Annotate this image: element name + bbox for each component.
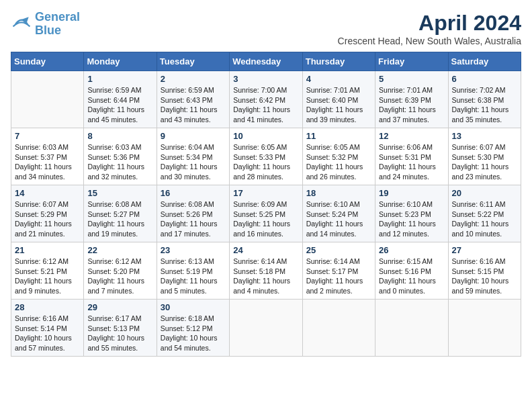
calendar-cell: 13Sunrise: 6:07 AM Sunset: 5:30 PM Dayli…	[448, 128, 521, 185]
calendar-cell: 10Sunrise: 6:05 AM Sunset: 5:33 PM Dayli…	[230, 128, 302, 185]
calendar-cell: 9Sunrise: 6:04 AM Sunset: 5:34 PM Daylig…	[157, 128, 229, 185]
day-number: 11	[306, 131, 371, 141]
calendar-cell	[448, 300, 521, 357]
calendar-cell: 8Sunrise: 6:03 AM Sunset: 5:36 PM Daylig…	[84, 128, 157, 185]
calendar-cell	[302, 300, 375, 357]
day-header-thursday: Thursday	[302, 52, 375, 71]
day-number: 29	[87, 302, 152, 312]
calendar-cell: 16Sunrise: 6:08 AM Sunset: 5:26 PM Dayli…	[157, 185, 229, 242]
day-info: Sunrise: 6:06 AM Sunset: 5:31 PM Dayligh…	[379, 142, 444, 182]
calendar-cell: 26Sunrise: 6:15 AM Sunset: 5:16 PM Dayli…	[375, 242, 448, 300]
day-info: Sunrise: 6:03 AM Sunset: 5:37 PM Dayligh…	[15, 142, 80, 182]
day-info: Sunrise: 7:02 AM Sunset: 6:38 PM Dayligh…	[452, 85, 517, 125]
calendar-cell: 12Sunrise: 6:06 AM Sunset: 5:31 PM Dayli…	[375, 128, 448, 185]
day-info: Sunrise: 6:07 AM Sunset: 5:30 PM Dayligh…	[452, 142, 517, 182]
day-info: Sunrise: 6:11 AM Sunset: 5:22 PM Dayligh…	[452, 199, 517, 239]
calendar-cell: 21Sunrise: 6:12 AM Sunset: 5:21 PM Dayli…	[11, 242, 84, 300]
day-number: 28	[15, 302, 80, 312]
location: Crescent Head, New South Wales, Australi…	[338, 36, 521, 46]
day-number: 5	[379, 74, 444, 84]
day-number: 7	[15, 131, 80, 141]
calendar-cell: 17Sunrise: 6:09 AM Sunset: 5:25 PM Dayli…	[230, 185, 302, 242]
day-info: Sunrise: 6:59 AM Sunset: 6:44 PM Dayligh…	[87, 85, 152, 125]
calendar-header-row: SundayMondayTuesdayWednesdayThursdayFrid…	[11, 52, 521, 71]
calendar-cell	[230, 300, 302, 357]
calendar-cell: 24Sunrise: 6:14 AM Sunset: 5:18 PM Dayli…	[230, 242, 302, 300]
calendar-week-1: 1Sunrise: 6:59 AM Sunset: 6:44 PM Daylig…	[11, 71, 521, 128]
day-info: Sunrise: 6:04 AM Sunset: 5:34 PM Dayligh…	[161, 142, 226, 182]
logo-text: General Blue	[35, 11, 80, 38]
day-header-tuesday: Tuesday	[157, 52, 229, 71]
logo: General Blue	[11, 11, 80, 38]
day-info: Sunrise: 6:10 AM Sunset: 5:24 PM Dayligh…	[306, 199, 371, 239]
day-number: 24	[233, 245, 298, 255]
day-info: Sunrise: 6:17 AM Sunset: 5:13 PM Dayligh…	[87, 314, 152, 353]
calendar-cell: 28Sunrise: 6:16 AM Sunset: 5:14 PM Dayli…	[11, 300, 84, 357]
day-number: 22	[87, 245, 152, 255]
calendar-cell: 5Sunrise: 7:01 AM Sunset: 6:39 PM Daylig…	[375, 71, 448, 128]
title-block: April 2024 Crescent Head, New South Wale…	[338, 11, 521, 46]
day-info: Sunrise: 6:12 AM Sunset: 5:21 PM Dayligh…	[15, 257, 80, 296]
calendar-week-5: 28Sunrise: 6:16 AM Sunset: 5:14 PM Dayli…	[11, 300, 521, 357]
calendar-cell: 3Sunrise: 7:00 AM Sunset: 6:42 PM Daylig…	[230, 71, 302, 128]
calendar-cell: 25Sunrise: 6:14 AM Sunset: 5:17 PM Dayli…	[302, 242, 375, 300]
day-info: Sunrise: 6:18 AM Sunset: 5:12 PM Dayligh…	[161, 314, 226, 353]
day-number: 16	[161, 188, 226, 198]
day-number: 26	[379, 245, 444, 255]
day-number: 6	[452, 74, 517, 84]
day-number: 4	[306, 74, 371, 84]
day-header-friday: Friday	[375, 52, 448, 71]
day-number: 21	[15, 245, 80, 255]
day-info: Sunrise: 6:13 AM Sunset: 5:19 PM Dayligh…	[161, 257, 226, 296]
day-info: Sunrise: 6:59 AM Sunset: 6:43 PM Dayligh…	[161, 85, 226, 125]
day-number: 20	[452, 188, 517, 198]
day-number: 25	[306, 245, 371, 255]
day-number: 14	[15, 188, 80, 198]
day-number: 19	[379, 188, 444, 198]
day-number: 2	[161, 74, 226, 84]
day-info: Sunrise: 6:12 AM Sunset: 5:20 PM Dayligh…	[87, 257, 152, 296]
day-number: 30	[161, 302, 226, 312]
day-number: 18	[306, 188, 371, 198]
calendar-cell: 20Sunrise: 6:11 AM Sunset: 5:22 PM Dayli…	[448, 185, 521, 242]
calendar-cell: 30Sunrise: 6:18 AM Sunset: 5:12 PM Dayli…	[157, 300, 229, 357]
calendar-cell: 4Sunrise: 7:01 AM Sunset: 6:40 PM Daylig…	[302, 71, 375, 128]
calendar-cell: 27Sunrise: 6:16 AM Sunset: 5:15 PM Dayli…	[448, 242, 521, 300]
calendar-cell: 1Sunrise: 6:59 AM Sunset: 6:44 PM Daylig…	[84, 71, 157, 128]
page-header: General Blue April 2024 Crescent Head, N…	[11, 11, 521, 46]
month-year: April 2024	[338, 11, 521, 36]
calendar-cell: 23Sunrise: 6:13 AM Sunset: 5:19 PM Dayli…	[157, 242, 229, 300]
calendar-cell	[11, 71, 84, 128]
day-header-sunday: Sunday	[11, 52, 84, 71]
day-info: Sunrise: 6:05 AM Sunset: 5:32 PM Dayligh…	[306, 142, 371, 182]
calendar-cell: 19Sunrise: 6:10 AM Sunset: 5:23 PM Dayli…	[375, 185, 448, 242]
calendar-cell: 6Sunrise: 7:02 AM Sunset: 6:38 PM Daylig…	[448, 71, 521, 128]
day-info: Sunrise: 7:00 AM Sunset: 6:42 PM Dayligh…	[233, 85, 298, 125]
day-info: Sunrise: 6:09 AM Sunset: 5:25 PM Dayligh…	[233, 199, 298, 239]
day-header-saturday: Saturday	[448, 52, 521, 71]
calendar-cell: 18Sunrise: 6:10 AM Sunset: 5:24 PM Dayli…	[302, 185, 375, 242]
day-number: 13	[452, 131, 517, 141]
calendar-cell: 2Sunrise: 6:59 AM Sunset: 6:43 PM Daylig…	[157, 71, 229, 128]
day-number: 27	[452, 245, 517, 255]
calendar-cell: 15Sunrise: 6:08 AM Sunset: 5:27 PM Dayli…	[84, 185, 157, 242]
day-info: Sunrise: 6:05 AM Sunset: 5:33 PM Dayligh…	[233, 142, 298, 182]
calendar-cell: 29Sunrise: 6:17 AM Sunset: 5:13 PM Dayli…	[84, 300, 157, 357]
day-info: Sunrise: 6:14 AM Sunset: 5:18 PM Dayligh…	[233, 257, 298, 296]
day-number: 12	[379, 131, 444, 141]
day-info: Sunrise: 6:16 AM Sunset: 5:15 PM Dayligh…	[452, 257, 517, 296]
calendar-cell: 22Sunrise: 6:12 AM Sunset: 5:20 PM Dayli…	[84, 242, 157, 300]
calendar-table: SundayMondayTuesdayWednesdayThursdayFrid…	[11, 52, 521, 357]
day-info: Sunrise: 6:08 AM Sunset: 5:26 PM Dayligh…	[161, 199, 226, 239]
day-info: Sunrise: 6:16 AM Sunset: 5:14 PM Dayligh…	[15, 314, 80, 353]
day-number: 3	[233, 74, 298, 84]
day-info: Sunrise: 6:07 AM Sunset: 5:29 PM Dayligh…	[15, 199, 80, 239]
calendar-cell: 7Sunrise: 6:03 AM Sunset: 5:37 PM Daylig…	[11, 128, 84, 185]
calendar-week-4: 21Sunrise: 6:12 AM Sunset: 5:21 PM Dayli…	[11, 242, 521, 300]
day-number: 15	[87, 188, 152, 198]
calendar-cell	[375, 300, 448, 357]
day-info: Sunrise: 6:03 AM Sunset: 5:36 PM Dayligh…	[87, 142, 152, 182]
day-number: 17	[233, 188, 298, 198]
calendar-cell: 14Sunrise: 6:07 AM Sunset: 5:29 PM Dayli…	[11, 185, 84, 242]
day-info: Sunrise: 6:10 AM Sunset: 5:23 PM Dayligh…	[379, 199, 444, 239]
